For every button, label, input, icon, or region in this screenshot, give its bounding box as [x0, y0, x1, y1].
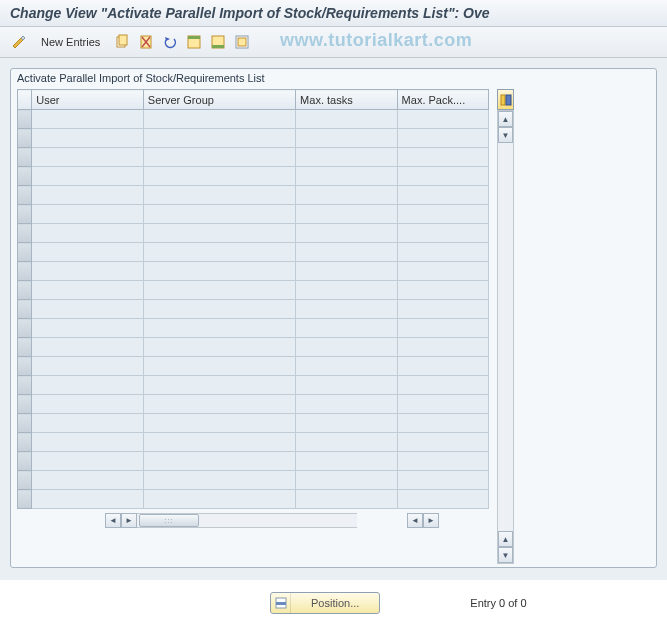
- cell[interactable]: [397, 186, 488, 205]
- cell[interactable]: [397, 395, 488, 414]
- cell[interactable]: [143, 319, 295, 338]
- cell[interactable]: [143, 243, 295, 262]
- row-selector[interactable]: [18, 452, 32, 471]
- cell[interactable]: [32, 262, 144, 281]
- cell[interactable]: [143, 186, 295, 205]
- cell[interactable]: [296, 262, 398, 281]
- cell[interactable]: [143, 357, 295, 376]
- scroll-up-step-icon[interactable]: ▲: [498, 531, 513, 547]
- row-selector[interactable]: [18, 319, 32, 338]
- cell[interactable]: [296, 471, 398, 490]
- cell[interactable]: [32, 300, 144, 319]
- cell[interactable]: [397, 414, 488, 433]
- cell[interactable]: [143, 110, 295, 129]
- col-server-group[interactable]: Server Group: [143, 90, 295, 110]
- cell[interactable]: [32, 395, 144, 414]
- cell[interactable]: [32, 357, 144, 376]
- row-selector[interactable]: [18, 224, 32, 243]
- cell[interactable]: [397, 338, 488, 357]
- cell[interactable]: [397, 243, 488, 262]
- cell[interactable]: [32, 319, 144, 338]
- new-entries-button[interactable]: New Entries: [32, 31, 109, 53]
- scroll-down-step-icon[interactable]: ▼: [498, 127, 513, 143]
- row-selector[interactable]: [18, 357, 32, 376]
- cell[interactable]: [296, 395, 398, 414]
- cell[interactable]: [397, 110, 488, 129]
- toggle-change-icon[interactable]: [8, 31, 30, 53]
- row-selector[interactable]: [18, 338, 32, 357]
- cell[interactable]: [296, 186, 398, 205]
- cell[interactable]: [32, 224, 144, 243]
- cell[interactable]: [397, 224, 488, 243]
- row-selector[interactable]: [18, 281, 32, 300]
- cell[interactable]: [296, 490, 398, 509]
- cell[interactable]: [397, 300, 488, 319]
- cell[interactable]: [296, 376, 398, 395]
- cell[interactable]: [397, 281, 488, 300]
- cell[interactable]: [143, 433, 295, 452]
- cell[interactable]: [397, 262, 488, 281]
- scroll-up-icon[interactable]: ▲: [498, 111, 513, 127]
- cell[interactable]: [296, 452, 398, 471]
- select-block-icon[interactable]: [207, 31, 229, 53]
- cell[interactable]: [143, 452, 295, 471]
- cell[interactable]: [32, 110, 144, 129]
- scroll-right-icon[interactable]: ◄: [407, 513, 423, 528]
- cell[interactable]: [296, 148, 398, 167]
- cell[interactable]: [32, 167, 144, 186]
- row-selector[interactable]: [18, 186, 32, 205]
- hscroll-track[interactable]: :::: [137, 513, 357, 528]
- cell[interactable]: [32, 414, 144, 433]
- copy-icon[interactable]: [111, 31, 133, 53]
- select-all-header[interactable]: [18, 90, 32, 110]
- cell[interactable]: [143, 376, 295, 395]
- hscroll-thumb[interactable]: :::: [139, 514, 199, 527]
- select-all-icon[interactable]: [183, 31, 205, 53]
- cell[interactable]: [32, 186, 144, 205]
- cell[interactable]: [32, 148, 144, 167]
- cell[interactable]: [32, 205, 144, 224]
- cell[interactable]: [143, 395, 295, 414]
- cell[interactable]: [143, 414, 295, 433]
- row-selector[interactable]: [18, 471, 32, 490]
- cell[interactable]: [32, 471, 144, 490]
- row-selector[interactable]: [18, 395, 32, 414]
- cell[interactable]: [143, 262, 295, 281]
- cell[interactable]: [296, 281, 398, 300]
- cell[interactable]: [143, 281, 295, 300]
- row-selector[interactable]: [18, 205, 32, 224]
- deselect-all-icon[interactable]: [231, 31, 253, 53]
- cell[interactable]: [296, 414, 398, 433]
- cell[interactable]: [143, 224, 295, 243]
- row-selector[interactable]: [18, 490, 32, 509]
- vscroll-track[interactable]: [498, 143, 513, 531]
- cell[interactable]: [296, 338, 398, 357]
- cell[interactable]: [143, 338, 295, 357]
- cell[interactable]: [296, 224, 398, 243]
- cell[interactable]: [32, 243, 144, 262]
- cell[interactable]: [143, 129, 295, 148]
- scroll-down-icon[interactable]: ▼: [498, 547, 513, 563]
- cell[interactable]: [143, 205, 295, 224]
- cell[interactable]: [296, 433, 398, 452]
- position-button[interactable]: Position...: [270, 592, 380, 614]
- cell[interactable]: [32, 433, 144, 452]
- cell[interactable]: [296, 167, 398, 186]
- scroll-last-icon[interactable]: ►: [423, 513, 439, 528]
- cell[interactable]: [32, 338, 144, 357]
- cell[interactable]: [397, 148, 488, 167]
- cell[interactable]: [397, 433, 488, 452]
- cell[interactable]: [397, 167, 488, 186]
- cell[interactable]: [296, 205, 398, 224]
- row-selector[interactable]: [18, 300, 32, 319]
- table-settings-icon[interactable]: [497, 89, 514, 110]
- cell[interactable]: [32, 376, 144, 395]
- col-max-pack[interactable]: Max. Pack....: [397, 90, 488, 110]
- cell[interactable]: [32, 452, 144, 471]
- row-selector[interactable]: [18, 110, 32, 129]
- cell[interactable]: [397, 319, 488, 338]
- cell[interactable]: [143, 300, 295, 319]
- row-selector[interactable]: [18, 167, 32, 186]
- row-selector[interactable]: [18, 414, 32, 433]
- cell[interactable]: [296, 110, 398, 129]
